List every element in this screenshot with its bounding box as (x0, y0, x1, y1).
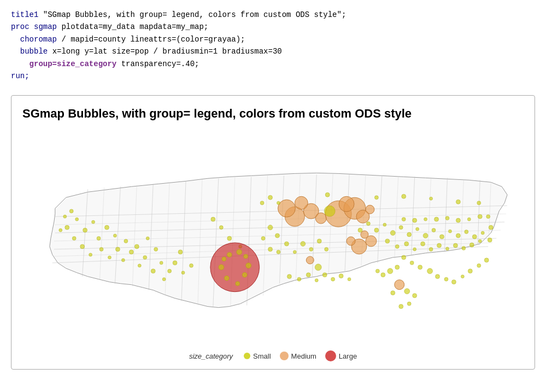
svg-point-97 (383, 223, 386, 226)
svg-point-171 (306, 256, 314, 264)
code-line-6: run; (11, 70, 535, 82)
svg-point-165 (430, 197, 433, 201)
svg-point-86 (268, 247, 273, 251)
svg-point-95 (366, 222, 370, 226)
svg-point-48 (138, 264, 141, 267)
map-svg (22, 126, 524, 345)
svg-point-176 (407, 302, 411, 306)
bubble-large-charlotte (210, 243, 260, 292)
svg-point-53 (160, 261, 163, 265)
code-line-3: choromap / mapid=county lineattrs=(color… (11, 33, 535, 45)
svg-point-123 (413, 248, 416, 251)
svg-point-102 (423, 233, 428, 238)
legend-item-medium: Medium (280, 352, 316, 360)
svg-point-166 (456, 200, 460, 204)
svg-point-106 (456, 233, 460, 238)
svg-point-105 (448, 230, 451, 233)
svg-point-63 (227, 236, 232, 241)
svg-point-89 (293, 250, 296, 254)
svg-point-54 (151, 269, 155, 273)
svg-point-47 (129, 250, 133, 254)
legend-circle-medium (280, 352, 289, 360)
svg-point-147 (375, 270, 379, 273)
svg-point-60 (178, 250, 183, 254)
svg-point-113 (467, 218, 471, 221)
svg-point-111 (486, 215, 490, 219)
svg-point-103 (432, 229, 436, 232)
svg-point-70 (244, 254, 248, 259)
legend-item-small: Small (244, 352, 271, 360)
svg-point-112 (478, 214, 482, 219)
svg-point-116 (435, 217, 439, 221)
svg-point-135 (418, 265, 422, 270)
svg-point-149 (347, 237, 355, 245)
svg-point-130 (469, 243, 474, 247)
svg-point-52 (154, 248, 158, 251)
svg-point-65 (219, 265, 224, 270)
svg-point-167 (477, 201, 481, 205)
chart-container: SGmap Bubbles, with group= legend, color… (11, 95, 535, 370)
code-line-2: proc sgmap plotdata=my_data mapdata=my_m… (11, 21, 535, 33)
svg-point-143 (484, 258, 489, 262)
svg-point-164 (402, 195, 406, 199)
svg-point-175 (391, 291, 395, 295)
svg-point-114 (456, 218, 460, 223)
svg-point-49 (143, 256, 147, 260)
svg-point-37 (80, 244, 85, 249)
svg-point-152 (297, 278, 301, 282)
svg-point-55 (162, 278, 166, 281)
svg-point-88 (284, 242, 289, 246)
svg-point-151 (287, 274, 291, 279)
legend: size_category Small Medium Large (22, 350, 524, 361)
svg-point-46 (121, 259, 125, 262)
svg-point-104 (440, 235, 444, 239)
svg-point-42 (99, 248, 103, 251)
svg-point-76 (295, 197, 308, 210)
svg-point-67 (236, 282, 240, 286)
svg-point-101 (416, 227, 419, 231)
svg-point-140 (461, 275, 464, 278)
svg-point-38 (89, 253, 92, 256)
svg-point-146 (381, 273, 385, 277)
code-block: title1 "SGmap Bubbles, with group= legen… (11, 9, 535, 82)
svg-point-69 (246, 263, 251, 268)
svg-point-161 (277, 202, 280, 205)
svg-point-145 (388, 268, 393, 274)
svg-point-133 (402, 255, 406, 260)
svg-point-124 (421, 242, 425, 246)
svg-point-62 (219, 226, 223, 230)
svg-point-136 (427, 268, 433, 274)
legend-label-large: Large (339, 352, 357, 360)
svg-point-134 (410, 261, 414, 265)
svg-point-117 (424, 218, 427, 221)
svg-point-122 (404, 242, 409, 246)
legend-label-small: Small (253, 352, 271, 360)
svg-point-107 (465, 230, 468, 234)
svg-point-34 (83, 228, 87, 232)
svg-point-56 (168, 270, 172, 273)
svg-point-96 (374, 228, 379, 232)
svg-point-141 (468, 269, 472, 273)
svg-point-50 (134, 244, 139, 249)
svg-point-110 (489, 225, 493, 230)
svg-point-115 (445, 217, 449, 220)
svg-point-85 (261, 237, 265, 241)
svg-point-157 (339, 274, 343, 278)
svg-point-41 (113, 234, 116, 237)
svg-point-132 (488, 238, 492, 242)
code-line-4: bubble x=long y=lat size=pop / bradiusmi… (11, 45, 535, 57)
svg-point-77 (315, 213, 326, 224)
svg-point-35 (92, 220, 95, 224)
svg-point-125 (429, 248, 433, 251)
svg-point-75 (278, 200, 295, 218)
svg-point-118 (413, 218, 417, 223)
svg-point-128 (453, 243, 457, 248)
svg-point-126 (437, 243, 442, 248)
svg-point-45 (124, 239, 128, 243)
svg-point-154 (315, 279, 318, 282)
svg-point-169 (69, 209, 73, 213)
svg-point-84 (275, 233, 279, 238)
svg-point-137 (436, 274, 440, 279)
svg-point-119 (402, 218, 406, 221)
svg-point-79 (339, 197, 354, 212)
